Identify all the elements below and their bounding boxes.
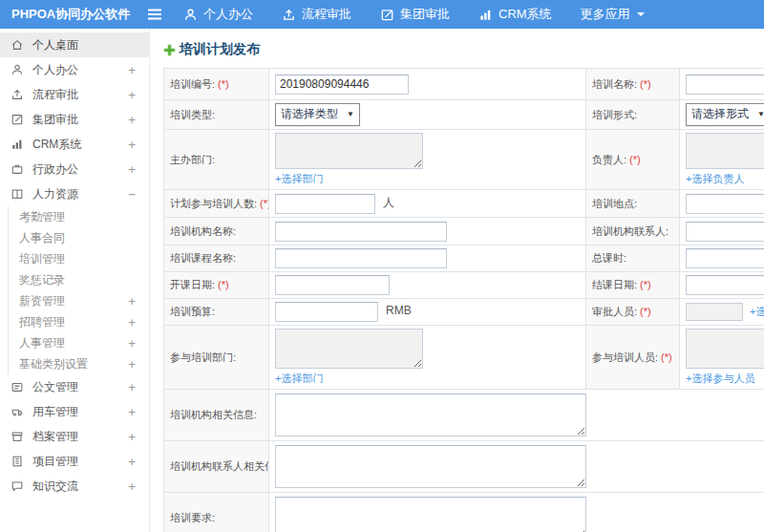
- form-row: 培训类型: 请选择类型▼ 培训形式: 请选择形式▼: [164, 100, 764, 130]
- training-name-input[interactable]: [686, 74, 764, 95]
- field-label: 培训地点:: [586, 190, 680, 218]
- document-icon: [11, 380, 24, 394]
- sidebar-item-base-category[interactable]: 基础类别设置 +: [9, 353, 149, 374]
- field-label: 总课时:: [586, 245, 680, 272]
- nav-personal-office[interactable]: 个人办公: [183, 6, 253, 23]
- select-approver-link[interactable]: +选择审批人员: [750, 305, 764, 319]
- sidebar-item-desktop[interactable]: 个人桌面: [0, 32, 149, 57]
- nav-process-approval[interactable]: 流程审批: [282, 6, 351, 23]
- sidebar-item-admin-office[interactable]: 行政办公 +: [0, 157, 149, 181]
- select-attendees-link[interactable]: +选择参与人员: [686, 372, 754, 386]
- person-icon: [11, 63, 24, 76]
- org-info-textarea[interactable]: [275, 394, 586, 436]
- sidebar-item-hr-contract[interactable]: 人事合同: [9, 227, 149, 248]
- sidebar-item-recruit[interactable]: 招聘管理 +: [9, 311, 149, 332]
- add-icon: [163, 44, 176, 56]
- process-icon: [11, 88, 24, 101]
- field-label: 主办部门:: [164, 130, 269, 190]
- form-row: 培训机构联系人相关信息:: [164, 441, 764, 493]
- person-icon: [183, 8, 198, 22]
- course-name-input[interactable]: [275, 248, 447, 268]
- nav-more-apps[interactable]: 更多应用: [581, 6, 646, 23]
- field-label: 培训预算:: [164, 299, 269, 326]
- sidebar-item-personnel[interactable]: 人事管理 +: [9, 332, 149, 353]
- select-dept-link[interactable]: +选择部门: [275, 172, 323, 186]
- total-hours-input[interactable]: [686, 248, 764, 268]
- start-date-input[interactable]: [275, 275, 390, 295]
- field-label: 培训形式:: [586, 100, 680, 130]
- caret-down-icon: ▼: [757, 110, 764, 118]
- top-nav: 个人办公 流程审批 集团审批 CRM系统 更多应用: [183, 6, 646, 23]
- sidebar-item-training[interactable]: 培训管理: [9, 248, 149, 269]
- org-name-input[interactable]: [275, 222, 447, 242]
- field-label: 培训课程名称:: [164, 245, 269, 272]
- field-label: 培训类型:: [164, 100, 269, 130]
- chart-icon: [11, 138, 24, 151]
- training-type-select[interactable]: 请选择类型▼: [275, 103, 360, 126]
- sidebar-item-crm[interactable]: CRM系统 +: [0, 132, 149, 157]
- currency-suffix: RMB: [386, 304, 412, 317]
- form-row: 计划参与培训人数:(*) 人 培训地点:: [164, 190, 764, 218]
- field-label: 培训要求:: [164, 493, 269, 532]
- leader-box[interactable]: [686, 133, 764, 169]
- archive-icon: [11, 430, 24, 443]
- sidebar-item-rewards[interactable]: 奖惩记录: [9, 269, 149, 290]
- caret-down-icon: ▼: [347, 110, 354, 118]
- field-label: 培训编号:(*): [164, 69, 269, 100]
- truck-icon: [11, 405, 24, 418]
- sidebar-item-knowledge[interactable]: 知识交流 +: [0, 474, 149, 499]
- form-row: 培训预算: RMB 审批人员:(*) +选择审批人员: [164, 299, 764, 326]
- end-date-input[interactable]: [686, 275, 764, 295]
- field-label: 参与培训部门:: [164, 326, 269, 390]
- process-icon: [282, 8, 296, 22]
- planned-attendees-input[interactable]: [275, 194, 375, 214]
- org-contact-input[interactable]: [686, 222, 764, 242]
- main-content: 培训计划发布 培训编号:(*) 培训名称:(*) 培训类型: 请选择类型▼ 培训…: [150, 29, 764, 532]
- sidebar-item-group-approval[interactable]: 集团审批 +: [0, 107, 149, 132]
- chart-icon: [478, 8, 493, 22]
- training-no-input[interactable]: [275, 74, 409, 95]
- training-requirements-textarea[interactable]: [275, 497, 586, 532]
- field-label: 开课日期:(*): [164, 272, 269, 299]
- host-dept-box[interactable]: [275, 133, 423, 169]
- nav-crm[interactable]: CRM系统: [478, 6, 552, 23]
- form-row: 培训机构相关信息:: [164, 390, 764, 441]
- field-label: 结课日期:(*): [586, 272, 680, 299]
- nav-group-approval[interactable]: 集团审批: [380, 6, 450, 23]
- sidebar-item-hr[interactable]: 人力资源 −: [0, 181, 149, 206]
- sidebar-item-vehicle[interactable]: 用车管理 +: [0, 399, 149, 424]
- select-leader-link[interactable]: +选择负责人: [686, 172, 744, 186]
- field-label: 培训机构名称:: [164, 218, 269, 245]
- form-row: 培训机构名称: 培训机构联系人:: [164, 218, 764, 245]
- sidebar-item-salary[interactable]: 薪资管理 +: [9, 290, 149, 311]
- sidebar-item-archive[interactable]: 档案管理 +: [0, 424, 149, 449]
- field-label: 参与培训人员:(*): [586, 326, 680, 390]
- form-row: 培训课程名称: 总课时:: [164, 245, 764, 272]
- form-row: 开课日期:(*) 结课日期:(*): [164, 272, 764, 299]
- page-title: 培训计划发布: [163, 41, 764, 58]
- field-label: 培训机构相关信息:: [164, 390, 269, 441]
- form-row: 培训编号:(*) 培训名称:(*): [164, 69, 764, 100]
- sidebar-item-project[interactable]: 项目管理 +: [0, 449, 149, 474]
- sidebar-hr-submenu: 考勤管理 人事合同 培训管理 奖惩记录 薪资管理 + 招聘管理 + 人事管理 +…: [8, 206, 149, 374]
- sidebar-item-official-doc[interactable]: 公文管理 +: [0, 374, 149, 399]
- book-icon: [11, 187, 24, 201]
- org-contact-info-textarea[interactable]: [275, 445, 586, 488]
- sidebar-item-process-approval[interactable]: 流程审批 +: [0, 82, 149, 107]
- sidebar-item-attendance[interactable]: 考勤管理: [9, 206, 149, 227]
- home-icon: [11, 38, 24, 52]
- sidebar-item-personal-office[interactable]: 个人办公 +: [0, 57, 149, 82]
- training-place-input[interactable]: [686, 194, 764, 214]
- approver-box[interactable]: [686, 303, 743, 321]
- training-form-select[interactable]: 请选择形式▼: [686, 103, 764, 126]
- budget-input[interactable]: [275, 302, 378, 322]
- field-label: 培训名称:(*): [586, 69, 680, 100]
- attend-dept-box[interactable]: [275, 329, 423, 369]
- unit-person-suffix: 人: [383, 196, 394, 209]
- app-logo: PHPOA协同办公软件: [0, 6, 143, 23]
- field-label: 培训机构联系人:: [586, 218, 680, 245]
- form-row: 参与培训部门: +选择部门 参与培训人员:(*) +选择参与人员: [164, 326, 764, 390]
- select-attend-dept-link[interactable]: +选择部门: [275, 372, 323, 386]
- menu-icon[interactable]: [147, 8, 162, 21]
- attendees-box[interactable]: [686, 329, 764, 369]
